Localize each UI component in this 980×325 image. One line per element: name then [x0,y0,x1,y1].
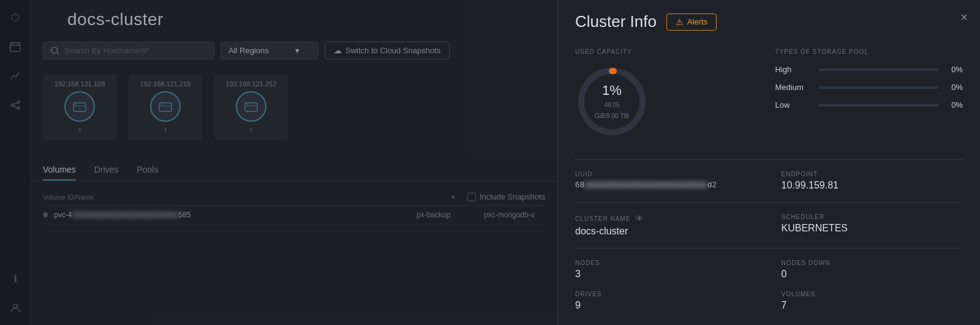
close-button[interactable]: × [960,11,968,23]
sidebar: ⬡ ℹ [0,0,31,325]
cluster-title: docs-cluster [67,10,164,29]
svg-point-20 [247,104,248,105]
node-up-2: ↑ [164,125,167,134]
panel-title: Cluster Info [575,12,657,31]
svg-point-5 [11,104,13,106]
pool-row-high: High 0% [775,65,963,74]
include-snapshots-toggle[interactable]: Include Snapshots [467,192,545,201]
region-label: All Regions [228,46,269,55]
nodes-label: NODES [575,260,757,266]
pool-label-medium: Medium [775,83,812,92]
node-ip-3: 192.168.121.252 [226,80,277,88]
svg-rect-12 [74,103,86,111]
cluster-name-row: CLUSTER NAME 👁 [575,214,757,223]
calendar-icon[interactable] [7,38,24,55]
cloud-icon: ☁ [334,46,342,55]
blurred-uuid: ■■■■■■■■■■■■■■■■■■■■■■■■ [72,211,178,219]
tab-volumes[interactable]: Volumes [43,160,76,181]
pool-row-low: Low 0% [775,100,963,110]
svg-rect-0 [10,43,20,51]
nodes-down-item: NODES DOWN 0 [782,260,963,280]
svg-point-4 [17,101,20,103]
donut-chart: 1% 48.05 GiB/9.00 TiB [575,65,649,138]
uuid-item: UUID 68■■■■■■■■■■■■■■■■■■■■■■■■d2 [575,171,757,191]
blurred-uuid-mid: ■■■■■■■■■■■■■■■■■■■■■■■■ [584,180,707,189]
svg-line-8 [13,106,17,108]
svg-line-11 [57,53,59,54]
snapshots-checkbox[interactable] [467,193,476,201]
scheduler-item: SCHEDULER KUBERNETES [782,214,963,237]
tab-drives[interactable]: Drives [94,160,119,181]
toolbar: Search By Hostname/IP All Regions ▾ ☁ Sw… [31,37,557,64]
donut-text: 1% 48.05 GiB/9.00 TiB [594,83,630,121]
node-icon-3 [236,91,266,122]
pool-pct-high: 0% [944,65,963,74]
divider-3 [575,248,963,248]
divider-1 [575,159,963,160]
info-grid: USED CAPACITY 1% 48.05 GiB/9.00 TiB [575,48,963,148]
pool-bar-track-medium [818,86,939,89]
svg-point-10 [51,47,58,53]
include-snapshots-label: Include Snapshots [480,192,545,201]
nodes-down-label: NODES DOWN [782,260,963,266]
table-row[interactable]: pvc-4■■■■■■■■■■■■■■■■■■■■■■■■585 px-back… [43,206,545,225]
storage-pool-label: TYPES OF STORAGE POOL [775,48,963,55]
node-card-1[interactable]: 192.168.121.108 ↑ [43,74,116,140]
capacity-sub: 48.05 GiB/9.00 TiB [595,102,629,119]
drives-label: DRIVES [575,291,757,297]
left-panel: ⬡ ℹ [0,0,557,325]
chart-icon[interactable] [7,67,24,84]
node-card-2[interactable]: 192.168.121.215 ↑ [129,74,202,140]
node-icon-1 [64,91,95,122]
cluster-name-value: docs-cluster [575,226,757,237]
table-area: Volume ID/Name ▾ Include Snapshots pvc-4… [31,181,557,232]
node-up-3: ↑ [249,125,253,134]
endpoint-label: ENDPOINT [782,171,963,177]
detail-grid-2: CLUSTER NAME 👁 docs-cluster SCHEDULER KU… [575,214,963,237]
detail-grid-3: NODES 3 NODES DOWN 0 DRIVES 9 VOLUMES 7 [575,260,963,311]
search-box[interactable]: Search By Hostname/IP [43,42,214,59]
search-placeholder: Search By Hostname/IP [64,46,149,55]
pool-label-high: High [775,65,812,74]
table-header: Volume ID/Name ▾ Include Snapshots [43,189,545,206]
svg-point-14 [75,104,77,105]
node-icon-2 [150,91,181,122]
vol-col3: pxc-mongodb-v [484,211,545,219]
uuid-value: 68■■■■■■■■■■■■■■■■■■■■■■■■d2 [575,180,757,189]
alerts-button[interactable]: ⚠ Alerts [666,13,717,31]
node-card-3[interactable]: 192.168.121.252 ↑ [214,74,288,140]
volumes-item: VOLUMES 7 [782,291,963,311]
drives-value: 9 [575,300,757,311]
pool-label-low: Low [775,100,812,110]
scheduler-value: KUBERNETES [782,223,963,234]
pool-pct-medium: 0% [944,83,963,92]
vol-col2: px-backup [417,211,478,219]
svg-rect-18 [245,103,257,111]
cloud-snapshots-button[interactable]: ☁ Switch to Cloud Snapshots [325,42,450,59]
region-select[interactable]: All Regions ▾ [221,42,318,59]
capacity-label: USED CAPACITY [575,48,751,55]
logo-icon[interactable]: ⬡ [7,9,24,26]
cluster-name-label: CLUSTER NAME [575,215,630,222]
node-ip-1: 192.168.121.108 [55,80,105,88]
eye-icon[interactable]: 👁 [635,214,644,223]
pool-row-medium: Medium 0% [775,83,963,92]
nodes-down-value: 0 [782,269,963,280]
cluster-info-panel: Cluster Info ⚠ Alerts × USED CAPACITY 1%… [557,0,980,325]
nodes-area: 192.168.121.108 ↑ 192.168.121.215 [31,64,557,150]
uuid-label: UUID [575,171,757,177]
tab-pools[interactable]: Pools [137,160,158,181]
left-header: docs-cluster [31,0,557,37]
capacity-percent: 1% [594,83,630,99]
info-icon[interactable]: ℹ [7,270,24,287]
chevron-down-icon: ▾ [295,46,300,55]
volumes-label: VOLUMES [782,291,963,297]
share-icon[interactable] [7,97,24,114]
alerts-label: Alerts [687,17,707,26]
search-icon [51,47,59,55]
divider-2 [575,202,963,203]
pool-bar-track-low [818,104,939,106]
person-icon[interactable] [7,299,24,316]
pool-bar-track-high [818,69,939,71]
storage-pool-section: TYPES OF STORAGE POOL High 0% Medium 0% … [769,48,963,148]
